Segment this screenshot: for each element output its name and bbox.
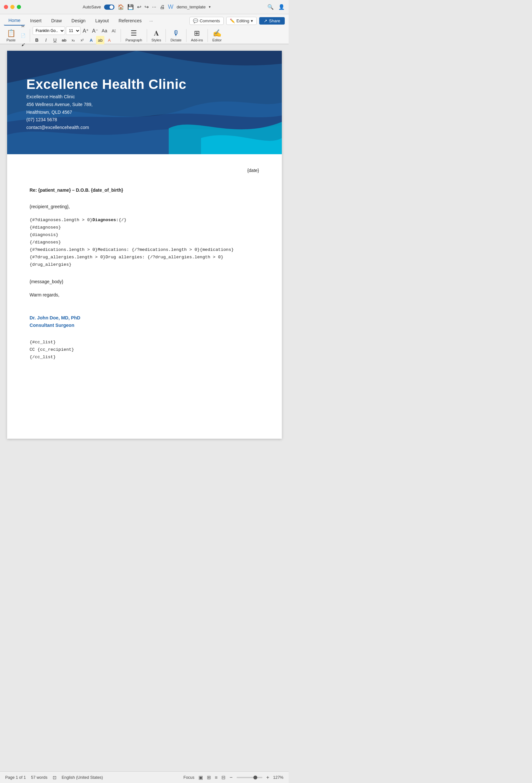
view-list-icon[interactable]: ≡ bbox=[215, 775, 218, 780]
tab-references[interactable]: References bbox=[114, 16, 147, 25]
increase-font-button[interactable]: A⁺ bbox=[82, 27, 90, 35]
save-icon[interactable]: 💾 bbox=[127, 4, 134, 10]
cc-block: {#cc_list} CC {cc_recipient} {/cc_list} bbox=[30, 339, 259, 361]
subscript-button[interactable]: x₂ bbox=[69, 36, 77, 44]
superscript-button[interactable]: x² bbox=[78, 36, 86, 44]
paragraph-label: Paragraph bbox=[125, 38, 142, 42]
font-controls: Franklin Go... 11 A⁺ A⁻ Aa A⃝ B I U ab x… bbox=[33, 27, 118, 44]
addins-control[interactable]: ⊞ Add-ins bbox=[189, 28, 205, 43]
chevron-down-icon: ▾ bbox=[251, 19, 253, 23]
maximize-button[interactable] bbox=[17, 5, 21, 9]
language[interactable]: English (United States) bbox=[62, 775, 103, 780]
diagnoses-loop-end: {/diagnoses} bbox=[30, 239, 259, 246]
undo-icon[interactable]: ↩ bbox=[137, 4, 141, 10]
print-icon[interactable]: 🖨 bbox=[160, 4, 165, 10]
view-web-icon[interactable]: ⊞ bbox=[207, 775, 211, 780]
zoom-thumb bbox=[253, 776, 257, 779]
dropdown-icon[interactable]: ▾ bbox=[209, 5, 211, 9]
view-print-icon[interactable]: ▣ bbox=[198, 775, 203, 780]
tab-insert[interactable]: Insert bbox=[26, 16, 46, 25]
highlight-button[interactable]: ab bbox=[96, 36, 104, 44]
tab-design[interactable]: Design bbox=[67, 16, 90, 25]
paragraph-group: ☰ Paragraph bbox=[123, 29, 147, 42]
font-color-button[interactable]: A bbox=[87, 36, 95, 44]
dictate-control[interactable]: 🎙 Dictate bbox=[168, 28, 183, 43]
autosave-label: AutoSave bbox=[83, 4, 101, 9]
styles-control[interactable]: 𝐀 Styles bbox=[150, 28, 163, 43]
dictate-label: Dictate bbox=[170, 38, 181, 42]
editor-group: ✍ Editor bbox=[211, 29, 226, 42]
clinic-name: Excellence Health Clinic bbox=[27, 76, 187, 92]
ribbon: Home Insert Draw Design Layout Reference… bbox=[0, 14, 289, 44]
shading-button[interactable]: A bbox=[105, 36, 114, 44]
comments-button[interactable]: 💬 Comments bbox=[189, 17, 224, 25]
home-icon: 🏠 bbox=[118, 4, 124, 10]
strikethrough-button[interactable]: ab bbox=[60, 36, 68, 44]
dictate-icon: 🎙 bbox=[173, 29, 180, 37]
font-row1: Franklin Go... 11 A⁺ A⁻ Aa A⃝ bbox=[33, 27, 118, 35]
zoom-minus-icon[interactable]: − bbox=[229, 775, 232, 780]
dictate-group: 🎙 Dictate bbox=[168, 29, 186, 42]
zoom-level[interactable]: 127% bbox=[273, 775, 283, 780]
share-icon: ↗ bbox=[264, 19, 267, 23]
cc-end: {/cc_list} bbox=[30, 354, 259, 361]
font-row2: B I U ab x₂ x² A ab A bbox=[33, 36, 118, 44]
medications-line: {#?medications.length > 0}Medications: {… bbox=[30, 246, 259, 254]
paragraph-icon: ☰ bbox=[131, 29, 137, 37]
signature-block: Dr. John Doe, MD, PhD Consultant Surgeon bbox=[30, 315, 259, 330]
redo-icon[interactable]: ↪ bbox=[145, 4, 149, 10]
tab-draw[interactable]: Draw bbox=[46, 16, 66, 25]
size-select[interactable]: 11 bbox=[66, 27, 81, 35]
format-painter-button[interactable]: 🖌 bbox=[19, 40, 27, 49]
tab-layout[interactable]: Layout bbox=[91, 16, 114, 25]
editing-button[interactable]: ✏️ Editing ▾ bbox=[226, 17, 257, 25]
zoom-plus-icon[interactable]: + bbox=[266, 775, 269, 780]
decrease-font-button[interactable]: A⁻ bbox=[91, 27, 99, 35]
focus-label[interactable]: Focus bbox=[184, 775, 194, 780]
tab-more[interactable]: ··· bbox=[147, 17, 155, 25]
clear-format-button[interactable]: A⃝ bbox=[109, 27, 118, 35]
more-icon[interactable]: ··· bbox=[152, 4, 156, 10]
paragraph-control[interactable]: ☰ Paragraph bbox=[123, 28, 144, 43]
minimize-button[interactable] bbox=[10, 5, 14, 9]
doctor-name: Dr. John Doe, MD, PhD bbox=[30, 315, 259, 322]
page-body[interactable]: {date} Re: {patient_name} – D.O.B. {date… bbox=[7, 154, 282, 380]
word-count: 57 words bbox=[31, 775, 48, 780]
italic-button[interactable]: I bbox=[42, 36, 50, 44]
change-case-button[interactable]: Aa bbox=[100, 27, 108, 35]
bold-button[interactable]: B bbox=[33, 36, 41, 44]
styles-icon: 𝐀 bbox=[154, 29, 159, 37]
editor-label: Editor bbox=[212, 38, 222, 42]
view-align-icon[interactable]: ⊟ bbox=[221, 775, 226, 780]
search-icon[interactable]: 🔍 bbox=[267, 4, 274, 10]
doctor-title: Consultant Surgeon bbox=[30, 322, 259, 329]
cc-line: CC {cc_recipient} bbox=[30, 346, 259, 354]
profile-icon[interactable]: 👤 bbox=[278, 4, 285, 10]
greeting: {recipient_greeting}, bbox=[30, 203, 259, 210]
share-button[interactable]: ↗ Share bbox=[259, 17, 285, 25]
font-select[interactable]: Franklin Go... bbox=[33, 27, 65, 35]
page-header: Excellence Health Clinic Excellence Heal… bbox=[7, 51, 282, 154]
document-area: Excellence Health Clinic Excellence Heal… bbox=[0, 44, 289, 626]
zoom-slider[interactable] bbox=[237, 777, 262, 778]
tab-bar: Home Insert Draw Design Layout Reference… bbox=[0, 14, 289, 27]
clinic-address: Excellence Health Clinic 456 Wellness Av… bbox=[27, 93, 93, 132]
editor-control[interactable]: ✍ Editor bbox=[211, 28, 224, 43]
paste-button[interactable]: 📋 Paste bbox=[4, 28, 18, 43]
traffic-lights bbox=[4, 5, 21, 9]
styles-label: Styles bbox=[152, 38, 161, 42]
cut-button[interactable]: ✂ bbox=[19, 22, 27, 31]
clipboard-actions: ✂ 📄 🖌 bbox=[19, 22, 27, 49]
underline-button[interactable]: U bbox=[51, 36, 59, 44]
close-button[interactable] bbox=[4, 5, 8, 9]
address-line2: 456 Wellness Avenue, Suite 789, bbox=[27, 101, 93, 108]
copy-button[interactable]: 📄 bbox=[19, 31, 27, 40]
address-phone: (07) 1234 5678 bbox=[27, 116, 93, 124]
pencil-icon: ✏️ bbox=[230, 19, 235, 23]
autosave-toggle[interactable] bbox=[104, 4, 115, 10]
allergies-line: {#?drug_allergies.length > 0}Drug allerg… bbox=[30, 254, 259, 269]
toolbar: 📋 Paste ✂ 📄 🖌 Franklin Go... 11 A⁺ bbox=[0, 27, 289, 44]
track-changes-icon[interactable]: ⊡ bbox=[53, 775, 57, 780]
diagnoses-loop-start: {#diagnoses} bbox=[30, 224, 259, 231]
font-group: Franklin Go... 11 A⁺ A⁻ Aa A⃝ B I U ab x… bbox=[33, 29, 121, 42]
